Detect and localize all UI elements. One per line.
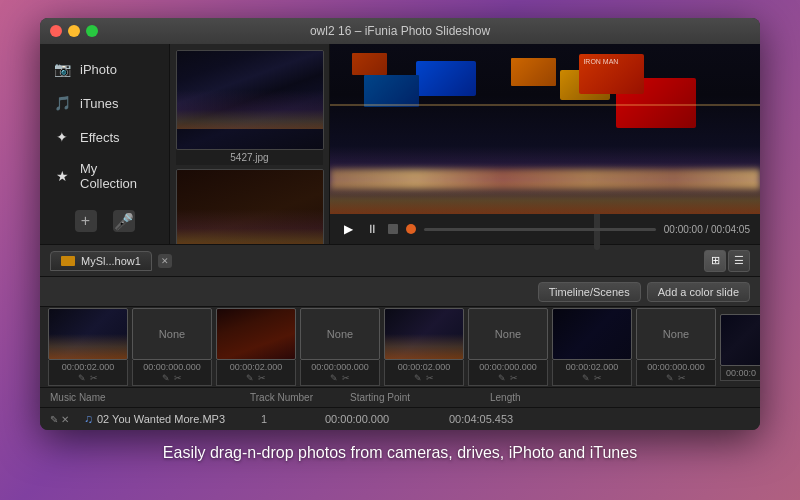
track-delete-button[interactable]: ✕ [61,414,69,425]
play-button[interactable]: ▶ [340,221,356,237]
track-name: 02 You Wanted More.MP3 [97,413,237,425]
slide-thumb-4: None [300,308,380,360]
edit-icon-1[interactable]: ✎ [78,373,86,383]
lights-overlay-5 [385,334,463,359]
main-content: 📷 iPhoto 🎵 iTunes ✦ Effects ★ My Collect… [40,44,760,244]
time-total: 00:04:05 [711,224,750,235]
edit-icon-8[interactable]: ✎ [666,373,674,383]
sidebar-item-iphoto[interactable]: 📷 iPhoto [40,52,169,86]
timeline-tab[interactable]: MySl...how1 [50,251,152,271]
record-button[interactable] [406,224,416,234]
sidebar-item-itunes[interactable]: 🎵 iTunes [40,86,169,120]
sidebar: 📷 iPhoto 🎵 iTunes ✦ Effects ★ My Collect… [40,44,170,244]
edit-icon-2[interactable]: ✎ [162,373,170,383]
street-lights [330,169,760,189]
grid-view-button[interactable]: ⊞ [704,250,726,272]
slide-edit-icons-5: ✎ ✂ [385,373,463,383]
progress-bar[interactable] [424,228,656,231]
scissors-icon-3[interactable]: ✂ [258,373,266,383]
slide-item-3[interactable]: 00:00:02.000 ✎ ✂ [216,308,296,386]
photo-strip[interactable]: 5427.jpg 326138.jpg [170,44,330,244]
slide-item-5[interactable]: 00:00:02.000 ✎ ✂ [384,308,464,386]
scissors-icon-4[interactable]: ✂ [342,373,350,383]
slide-item-4[interactable]: None 00:00:000.000 ✎ ✂ [300,308,380,386]
slide-time-7: 00:00:02.000 [553,362,631,372]
scissors-icon-1[interactable]: ✂ [90,373,98,383]
view-buttons: ⊞ ☰ [704,250,750,272]
scissors-icon-8[interactable]: ✂ [678,373,686,383]
slide-time-9: 00:00:0 [721,368,760,378]
add-color-slide-button[interactable]: Add a color slide [647,282,750,302]
slide-item-9[interactable]: 00:00:0 [720,314,760,381]
slide-edit-icons-1: ✎ ✂ [49,373,127,383]
scissors-icon-6[interactable]: ✂ [510,373,518,383]
track-actions: ✎ ✕ [50,414,80,425]
itunes-icon: 🎵 [52,93,72,113]
edit-icon-5[interactable]: ✎ [414,373,422,383]
sidebar-label-itunes: iTunes [80,96,119,111]
slide-time-8: 00:00:000.000 [637,362,715,372]
maximize-button[interactable] [86,25,98,37]
iphoto-icon: 📷 [52,59,72,79]
add-button[interactable]: + [75,210,97,232]
timeline-area: MySl...how1 ✕ ⊞ ☰ Timeline/Scenes Add a … [40,244,760,387]
slide-item-6[interactable]: None 00:00:000.000 ✎ ✂ [468,308,548,386]
photo-thumb-image-2 [177,170,323,244]
window-title: owl2 16 – iFunia Photo Slideshow [310,24,490,38]
slide-thumb-5 [384,308,464,360]
track-length: 00:04:05.453 [449,413,513,425]
edit-icon-6[interactable]: ✎ [498,373,506,383]
preview-image: IRON MAN [330,44,760,214]
photo-item-2[interactable]: 326138.jpg [176,169,323,244]
slide-thumb-3 [216,308,296,360]
sidebar-item-collection[interactable]: ★ My Collection [40,154,169,198]
slide-meta-2: 00:00:000.000 ✎ ✂ [132,360,212,386]
time-current: 00:00:00 [664,224,703,235]
tab-close-button[interactable]: ✕ [158,254,172,268]
photo-thumb-1 [176,50,324,150]
slide-item-8[interactable]: None 00:00:000.000 ✎ ✂ [636,308,716,386]
col-header-length: Length [490,392,590,403]
slide-edit-icons-2: ✎ ✂ [133,373,211,383]
edit-icon-7[interactable]: ✎ [582,373,590,383]
slide-time-2: 00:00:000.000 [133,362,211,372]
stop-button[interactable] [388,224,398,234]
timeline-slides[interactable]: 00:00:02.000 ✎ ✂ None 00:00:000.000 ✎ ✂ [40,307,760,387]
col-header-start: Starting Point [350,392,470,403]
col-header-number: Track Number [250,392,330,403]
close-button[interactable] [50,25,62,37]
timeline-toolbar: Timeline/Scenes Add a color slide [40,277,760,307]
sign-main-red: IRON MAN [579,54,644,94]
edit-icon-3[interactable]: ✎ [246,373,254,383]
slide-item-7[interactable]: 00:00:02.000 ✎ ✂ [552,308,632,386]
track-number: 1 [241,413,321,425]
pause-button[interactable]: ⏸ [364,221,380,237]
timeline-header: MySl...how1 ✕ ⊞ ☰ [40,245,760,277]
slide-thumb-9 [720,314,760,366]
billboard-blue [416,61,476,96]
slide-meta-3: 00:00:02.000 ✎ ✂ [216,360,296,386]
slide-edit-icons-3: ✎ ✂ [217,373,295,383]
slide-edit-icons-6: ✎ ✂ [469,373,547,383]
track-edit-button[interactable]: ✎ [50,414,58,425]
list-view-button[interactable]: ☰ [728,250,750,272]
slide-time-6: 00:00:000.000 [469,362,547,372]
scissors-icon-5[interactable]: ✂ [426,373,434,383]
scissors-icon-7[interactable]: ✂ [594,373,602,383]
sidebar-item-effects[interactable]: ✦ Effects [40,120,169,154]
slide-item-1[interactable]: 00:00:02.000 ✎ ✂ [48,308,128,386]
tab-label: MySl...how1 [81,255,141,267]
slide-meta-9: 00:00:0 [720,366,760,381]
timeline-scenes-button[interactable]: Timeline/Scenes [538,282,641,302]
minimize-button[interactable] [68,25,80,37]
scissors-icon-2[interactable]: ✂ [174,373,182,383]
sidebar-add-area: + 🎤 [40,202,169,240]
music-track-row: ✎ ✕ ♫ 02 You Wanted More.MP3 1 00:00:00.… [40,408,760,430]
mic-button[interactable]: 🎤 [113,210,135,232]
slide-item-2[interactable]: None 00:00:000.000 ✎ ✂ [132,308,212,386]
edit-icon-4[interactable]: ✎ [330,373,338,383]
slide-time-5: 00:00:02.000 [385,362,463,372]
photo-thumb-image-1 [177,51,323,149]
slide-edit-icons-4: ✎ ✂ [301,373,379,383]
photo-item-1[interactable]: 5427.jpg [176,50,323,165]
